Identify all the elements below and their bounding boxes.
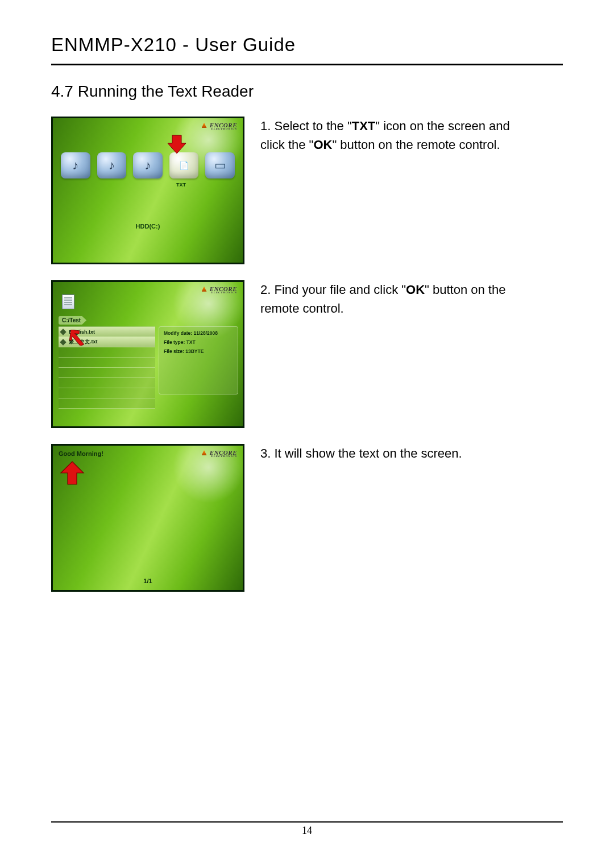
screenshot-2: ENCORE ELECTRONICS C:/Test English.txt 繁… <box>51 280 244 428</box>
step-1-text: 1. Select to the "TXT" icon on the scree… <box>260 117 511 154</box>
brand-sub: ELECTRONICS <box>202 127 238 130</box>
step-2-text: 2. Find your file and click "OK" button … <box>260 280 511 318</box>
header-rule <box>51 64 563 65</box>
screenshot-1: ENCORE ELECTRONICS ♪ ♪ ♪ 📄 ▭ TXT HDD(C:) <box>51 117 244 264</box>
music-icon[interactable]: ♪ <box>61 152 90 178</box>
svg-marker-0 <box>168 135 186 153</box>
step-num: 3. <box>260 446 271 460</box>
step-3-row: ENCORE ELECTRONICS Good Morning! 1/1 3. … <box>51 444 563 592</box>
bold-ok: OK <box>313 138 332 152</box>
icon-row: ♪ ♪ ♪ 📄 ▭ <box>61 152 235 178</box>
music-icon[interactable]: ♪ <box>133 152 163 178</box>
info-modify-date: Modify date: 11/28/2008 <box>164 330 233 336</box>
step-num: 2. <box>260 283 271 297</box>
brand-sub: ELECTRONICS <box>202 455 238 458</box>
file-row-empty <box>59 358 155 368</box>
file-row-empty <box>59 388 155 398</box>
folder-glyph: ▭ <box>205 152 235 178</box>
note-glyph: ♪ <box>133 152 163 178</box>
diamond-bullet-icon <box>60 339 66 345</box>
screenshot-3: ENCORE ELECTRONICS Good Morning! 1/1 <box>51 444 244 592</box>
file-info-panel: Modify date: 11/28/2008 File type: TXT F… <box>159 326 238 394</box>
step-num: 1. <box>260 119 271 133</box>
txt-label: TXT <box>176 182 186 188</box>
storage-label: HDD(C:) <box>136 223 160 230</box>
page-indicator: 1/1 <box>143 578 152 584</box>
note-glyph: ♪ <box>61 152 90 178</box>
section-number: 4.7 <box>51 82 73 100</box>
page-header-title: ENMMP-X210 - User Guide <box>51 34 563 56</box>
txt-icon[interactable]: 📄 <box>169 152 199 178</box>
section-name: Running the Text Reader <box>78 82 254 100</box>
document-icon <box>62 294 74 309</box>
page-number: 14 <box>0 825 614 837</box>
info-file-size: File size: 13BYTE <box>164 348 233 354</box>
file-row-empty <box>59 368 155 378</box>
note-glyph: ♪ <box>97 152 127 178</box>
section-title: 4.7 Running the Text Reader <box>51 82 563 101</box>
step-2-row: ENCORE ELECTRONICS C:/Test English.txt 繁… <box>51 280 563 428</box>
page-glyph: 📄 <box>169 152 199 178</box>
info-file-type: File type: TXT <box>164 339 233 345</box>
file-row-empty <box>59 347 155 358</box>
folder-icon[interactable]: ▭ <box>205 152 235 178</box>
encore-logo: ENCORE ELECTRONICS <box>202 449 238 458</box>
breadcrumb[interactable]: C:/Test <box>59 316 86 325</box>
red-arrow-down-icon <box>167 134 187 155</box>
svg-marker-1 <box>69 330 86 346</box>
file-row-empty <box>59 378 155 388</box>
music-icon[interactable]: ♪ <box>97 152 127 178</box>
bold-ok: OK <box>406 283 425 297</box>
text-content: Good Morning! <box>59 450 103 457</box>
red-arrow-diag-icon <box>69 330 88 346</box>
red-arrow-up-icon <box>59 460 86 485</box>
svg-marker-2 <box>61 462 84 484</box>
bold-txt: TXT <box>352 119 376 133</box>
file-row-empty <box>59 398 155 409</box>
step-1-row: ENCORE ELECTRONICS ♪ ♪ ♪ 📄 ▭ TXT HDD(C:)… <box>51 117 563 264</box>
footer-rule <box>51 821 563 823</box>
brand-sub: ELECTRONICS <box>202 291 238 294</box>
green-background <box>53 118 243 263</box>
encore-logo: ENCORE ELECTRONICS <box>202 285 238 294</box>
step-3-text: 3. It will show the text on the screen. <box>260 444 462 463</box>
encore-logo: ENCORE ELECTRONICS <box>202 122 238 130</box>
diamond-bullet-icon <box>60 329 66 335</box>
